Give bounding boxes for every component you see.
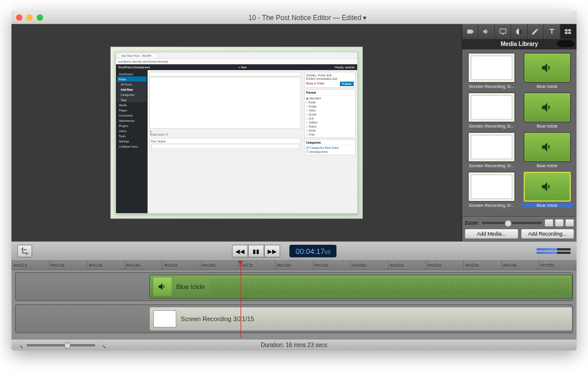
ruler-tick[interactable]: 4m12s xyxy=(49,261,87,269)
tab-video-icon[interactable] xyxy=(462,24,478,39)
media-item[interactable]: Blue Icicle xyxy=(521,92,574,129)
status-bar: 🔍 🔍 Duration: 16 mins 23 secs xyxy=(11,339,577,350)
forward-button[interactable]: ▶▶ xyxy=(264,245,280,257)
media-item[interactable]: Blue Icicle xyxy=(521,172,574,208)
media-library-title: Media Library xyxy=(462,39,577,49)
timecode-display: 00:04:1703 xyxy=(289,245,337,257)
tab-annotate-icon[interactable] xyxy=(528,24,544,39)
add-recording-button[interactable]: Add Recording... xyxy=(521,229,575,239)
url-bar: wordpress.dev/wp-admin/post-new.php xyxy=(116,59,357,64)
minimize-icon[interactable] xyxy=(26,14,33,21)
media-tabs xyxy=(462,24,577,39)
zoom-in-icon[interactable]: 🔍 xyxy=(99,342,106,348)
media-item[interactable]: Screen Recording 3/... xyxy=(466,172,518,208)
ruler-tick[interactable]: 4m19s xyxy=(313,261,351,269)
zoom-out-icon[interactable]: 🔍 xyxy=(16,342,23,348)
duration-label: Duration: 16 mins 23 secs xyxy=(261,342,327,348)
view-grid-m-icon[interactable] xyxy=(555,219,564,227)
tab-time-icon[interactable] xyxy=(511,24,527,39)
ruler-tick[interactable]: 4m16s xyxy=(200,261,238,269)
window-title: 10 - The Post Notice Editor — Edited ▾ xyxy=(43,14,572,22)
view-grid-s-icon[interactable] xyxy=(544,219,554,227)
ruler-tick[interactable]: 4m18s xyxy=(275,261,313,269)
ruler-tick[interactable]: 4m13s xyxy=(87,261,125,269)
video-clip-label: Screen Recording 3/21/15 xyxy=(181,315,254,322)
browser-tab: Add New Post ‹ WordPr… xyxy=(118,53,157,58)
speaker-icon xyxy=(153,277,172,296)
pause-button[interactable]: ▮▮ xyxy=(248,245,264,257)
wp-site-name: WordPress Development xyxy=(118,65,150,69)
media-grid[interactable]: Screen Recording 3/...Blue IcicleScreen … xyxy=(462,49,577,216)
timeline-ruler[interactable]: 4m11s4m12s4m13s4m14s4m15s4m16s4m17s4m18s… xyxy=(11,261,577,270)
svg-rect-4 xyxy=(568,29,571,32)
preview-canvas: Add New Post ‹ WordPr… wordpress.dev/wp-… xyxy=(110,47,363,219)
video-clip[interactable]: Screen Recording 3/21/15 xyxy=(149,307,572,331)
audio-track[interactable]: Blue Icicle xyxy=(15,272,573,301)
app-window: 10 - The Post Notice Editor — Edited ▾ A… xyxy=(11,11,577,350)
ruler-tick[interactable]: 4m17s xyxy=(238,261,276,269)
svg-rect-1 xyxy=(502,34,504,34)
ruler-tick[interactable]: 4m24s xyxy=(501,261,539,269)
ruler-tick[interactable]: 4m11s xyxy=(11,261,49,269)
playhead[interactable] xyxy=(241,261,241,338)
zoom-slider[interactable] xyxy=(482,222,542,224)
ruler-tick[interactable]: 4m23s xyxy=(463,261,501,269)
video-clip-thumb xyxy=(153,310,176,327)
tab-screen-icon[interactable] xyxy=(495,24,511,39)
svg-rect-3 xyxy=(565,29,568,32)
media-library-pane: Media Library Screen Recording 3/...Blue… xyxy=(462,24,577,241)
svg-rect-6 xyxy=(568,32,571,34)
media-item[interactable]: Blue Icicle xyxy=(521,132,574,168)
rewind-button[interactable]: ◀◀ xyxy=(232,245,248,257)
video-track[interactable]: Screen Recording 3/21/15 xyxy=(15,304,573,333)
ruler-tick[interactable]: 4m22s xyxy=(426,261,464,269)
close-icon[interactable] xyxy=(16,14,22,21)
media-item[interactable]: Screen Recording 3/... xyxy=(466,132,518,168)
wp-sidebar: Dashboard Posts All Posts Add New Catego… xyxy=(116,70,148,213)
titlebar[interactable]: 10 - The Post Notice Editor — Edited ▾ xyxy=(11,11,577,24)
crop-button[interactable] xyxy=(17,245,32,257)
zoom-icon[interactable] xyxy=(37,14,43,21)
ruler-tick[interactable]: 4m25s xyxy=(539,261,577,269)
media-item[interactable]: Screen Recording 3/... xyxy=(466,53,518,89)
ruler-tick[interactable]: 4m15s xyxy=(162,261,200,269)
tab-text-icon[interactable] xyxy=(544,24,560,39)
timeline-zoom-slider[interactable] xyxy=(26,344,95,346)
ruler-tick[interactable]: 4m20s xyxy=(350,261,388,269)
media-item[interactable]: Blue Icicle xyxy=(521,53,574,89)
view-list-icon[interactable] xyxy=(565,219,574,227)
audio-clip[interactable]: Blue Icicle xyxy=(149,275,572,299)
ruler-tick[interactable]: 4m14s xyxy=(125,261,163,269)
timeline[interactable]: 4m11s4m12s4m13s4m14s4m15s4m16s4m17s4m18s… xyxy=(11,261,577,339)
wp-new: + New xyxy=(238,65,246,69)
ruler-tick[interactable]: 4m21s xyxy=(388,261,426,269)
waveform xyxy=(210,279,568,295)
audio-levels xyxy=(536,246,571,256)
scroll-indicator[interactable] xyxy=(557,40,574,47)
transport-bar: ◀◀ ▮▮ ▶▶ 00:04:1703 xyxy=(11,241,577,261)
preview-pane[interactable]: Add New Post ‹ WordPr… wordpress.dev/wp-… xyxy=(11,24,462,241)
wp-howdy: Howdy, wadmin xyxy=(335,65,355,69)
svg-rect-0 xyxy=(500,29,506,33)
svg-rect-5 xyxy=(565,32,568,34)
audio-clip-label: Blue Icicle xyxy=(176,283,205,290)
media-item[interactable]: Screen Recording 3/... xyxy=(466,92,518,129)
add-media-button[interactable]: Add Media... xyxy=(465,229,519,239)
tab-audio-icon[interactable] xyxy=(478,24,494,39)
tab-library-icon[interactable] xyxy=(560,24,577,39)
zoom-label: Zoom: xyxy=(465,220,479,226)
